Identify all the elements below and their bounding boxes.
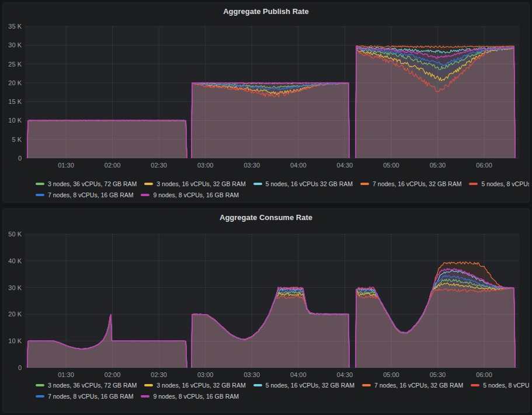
y-tick-label: 50 K xyxy=(8,231,22,238)
x-tick-label: 04:30 xyxy=(337,162,353,169)
legend-label: 7 nodes, 8 vCPUs, 16 GB RAM xyxy=(48,393,133,400)
legend-label: 3 nodes, 16 vCPUs, 32 GB RAM xyxy=(157,180,245,187)
legend-swatch xyxy=(144,183,153,185)
panel-aggregate-consume-rate: Aggregate Consume Rate 010 K20 K30 K40 K… xyxy=(2,208,530,413)
legend-item[interactable]: 3 nodes, 36 vCPUs, 72 GB RAM xyxy=(36,178,137,189)
legend-label: 5 nodes, 16 vCPUs 32 GB RAM xyxy=(266,180,353,187)
y-tick-label: 20 K xyxy=(8,311,22,318)
x-tick-label: 02:30 xyxy=(151,371,167,378)
legend-swatch xyxy=(253,384,262,386)
legend-label: 7 nodes, 16 vCPUs, 32 GB RAM xyxy=(373,180,461,187)
legend-consume: 3 nodes, 36 vCPUs, 72 GB RAM3 nodes, 16 … xyxy=(3,379,529,402)
legend-row-2: 7 nodes, 8 vCPUs, 16 GB RAM9 nodes, 8 vC… xyxy=(36,189,529,200)
y-tick-label: 25 K xyxy=(8,61,22,68)
legend-item[interactable]: 7 nodes, 16 vCPUs, 32 GB RAM xyxy=(362,379,463,390)
legend-item[interactable]: 7 nodes, 16 vCPUs, 32 GB RAM xyxy=(360,178,461,189)
panel-title-consume[interactable]: Aggregate Consume Rate xyxy=(3,209,529,223)
y-tick-label: 30 K xyxy=(8,284,22,291)
legend-item[interactable]: 9 nodes, 8 vCPUs, 16 GB RAM xyxy=(141,390,238,402)
y-tick-label: 10 K xyxy=(8,117,22,124)
y-tick-label: 0 xyxy=(18,155,22,162)
legend-swatch xyxy=(36,183,44,185)
legend-label: 5 nodes, 16 vCPUs, 32 GB RAM xyxy=(266,382,354,389)
y-tick-label: 40 K xyxy=(8,257,22,264)
legend-label: 9 nodes, 8 vCPUs, 16 GB RAM xyxy=(153,393,238,400)
x-tick-label: 02:00 xyxy=(105,162,121,169)
legend-label: 3 nodes, 16 vCPUs, 32 GB RAM xyxy=(157,382,245,389)
legend-swatch xyxy=(141,194,149,196)
x-tick-label: 01:30 xyxy=(58,371,74,378)
x-tick-label: 04:00 xyxy=(290,371,307,378)
legend-item[interactable]: 3 nodes, 36 vCPUs, 72 GB RAM xyxy=(36,379,137,390)
x-tick-label: 01:30 xyxy=(58,162,74,169)
legend-row-1: 3 nodes, 36 vCPUs, 72 GB RAM3 nodes, 16 … xyxy=(36,379,529,390)
legend-label: 3 nodes, 36 vCPUs, 72 GB RAM xyxy=(48,180,137,187)
legend-swatch xyxy=(469,183,478,185)
legend-swatch xyxy=(36,384,44,386)
x-tick-label: 03:30 xyxy=(244,371,260,378)
x-tick-label: 05:00 xyxy=(383,371,399,378)
y-tick-label: 20 K xyxy=(8,79,22,86)
x-tick-label: 03:00 xyxy=(197,371,214,378)
legend-item[interactable]: 3 nodes, 16 vCPUs, 32 GB RAM xyxy=(144,178,245,189)
x-tick-label: 03:00 xyxy=(197,162,214,169)
panel-title-publish[interactable]: Aggregate Publish Rate xyxy=(3,3,529,17)
legend-label: 9 nodes, 8 vCPUs, 16 GB RAM xyxy=(153,191,238,198)
legend-item[interactable]: 5 nodes, 8 vCPUs, 16 GB RAM xyxy=(471,379,529,390)
x-tick-label: 04:30 xyxy=(337,371,353,378)
x-tick-label: 05:30 xyxy=(430,371,446,378)
legend-swatch xyxy=(253,183,262,185)
x-tick-label: 05:00 xyxy=(383,162,399,169)
legend-item[interactable]: 7 nodes, 8 vCPUs, 16 GB RAM xyxy=(36,390,133,402)
x-tick-label: 04:00 xyxy=(290,162,307,169)
legend-swatch xyxy=(471,384,479,386)
y-tick-label: 35 K xyxy=(8,23,22,30)
legend-swatch xyxy=(36,395,44,397)
legend-swatch xyxy=(141,395,149,397)
x-tick-label: 06:00 xyxy=(476,162,492,169)
legend-row-2: 7 nodes, 8 vCPUs, 16 GB RAM9 nodes, 8 vC… xyxy=(36,390,529,402)
legend-item[interactable]: 5 nodes, 8 vCPUs, 16 GB RAM xyxy=(469,178,529,189)
legend-label: 5 nodes, 8 vCPUs, 16 GB RAM xyxy=(481,180,529,187)
y-tick-label: 0 xyxy=(18,364,22,371)
legend-item[interactable]: 3 nodes, 16 vCPUs, 32 GB RAM xyxy=(144,379,245,390)
legend-swatch xyxy=(144,384,153,386)
legend-item[interactable]: 5 nodes, 16 vCPUs 32 GB RAM xyxy=(253,178,353,189)
y-tick-label: 15 K xyxy=(8,98,22,105)
publish-rate-chart-canvas[interactable]: 05 K10 K15 K20 K25 K30 K35 K01:3002:0002… xyxy=(3,17,530,178)
x-tick-label: 05:30 xyxy=(430,162,446,169)
x-tick-label: 02:30 xyxy=(151,162,167,169)
legend-item[interactable]: 5 nodes, 16 vCPUs, 32 GB RAM xyxy=(253,379,354,390)
x-tick-label: 02:00 xyxy=(105,371,121,378)
x-tick-label: 03:30 xyxy=(244,162,260,169)
legend-label: 5 nodes, 8 vCPUs, 16 GB RAM xyxy=(483,382,529,389)
legend-publish: 3 nodes, 36 vCPUs, 72 GB RAM3 nodes, 16 … xyxy=(3,178,529,200)
legend-swatch xyxy=(362,384,371,386)
y-tick-label: 10 K xyxy=(8,337,22,344)
legend-item[interactable]: 7 nodes, 8 vCPUs, 16 GB RAM xyxy=(36,189,133,200)
legend-swatch xyxy=(360,183,369,185)
series-area xyxy=(356,46,515,158)
legend-item[interactable]: 9 nodes, 8 vCPUs, 16 GB RAM xyxy=(141,189,238,200)
y-tick-label: 5 K xyxy=(12,136,22,143)
x-tick-label: 06:00 xyxy=(476,371,492,378)
legend-swatch xyxy=(36,194,44,196)
legend-label: 3 nodes, 36 vCPUs, 72 GB RAM xyxy=(48,382,137,389)
consume-rate-chart-canvas[interactable]: 010 K20 K30 K40 K50 K01:3002:0002:3003:0… xyxy=(3,223,530,379)
panel-aggregate-publish-rate: Aggregate Publish Rate 05 K10 K15 K20 K2… xyxy=(2,2,530,203)
legend-label: 7 nodes, 16 vCPUs, 32 GB RAM xyxy=(374,382,463,389)
legend-label: 7 nodes, 8 vCPUs, 16 GB RAM xyxy=(48,191,133,198)
legend-row-1: 3 nodes, 36 vCPUs, 72 GB RAM3 nodes, 16 … xyxy=(36,178,529,189)
y-tick-label: 30 K xyxy=(8,41,22,48)
